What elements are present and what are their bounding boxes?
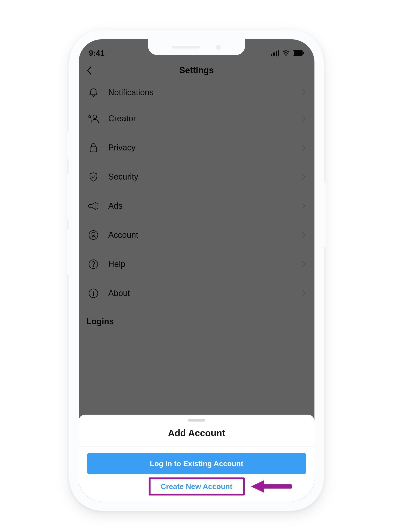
- sheet-title: Add Account: [79, 428, 314, 446]
- phone-volume-up: [67, 173, 70, 220]
- phone-power-button: [323, 183, 326, 247]
- phone-notch: [148, 39, 245, 55]
- phone-speaker: [172, 46, 200, 49]
- phone-volume-down: [67, 229, 70, 275]
- phone-front-camera: [216, 45, 221, 50]
- add-account-sheet: Add Account Log In to Existing Account C…: [79, 414, 314, 501]
- sheet-grabber[interactable]: [188, 419, 205, 422]
- create-new-account-link[interactable]: Create New Account: [150, 478, 244, 495]
- phone-screen: 9:41 Settings Notifications: [79, 39, 314, 501]
- phone-frame: 9:41 Settings Notifications: [69, 30, 324, 511]
- phone-mute-switch: [67, 132, 70, 159]
- login-existing-account-button[interactable]: Log In to Existing Account: [87, 453, 306, 474]
